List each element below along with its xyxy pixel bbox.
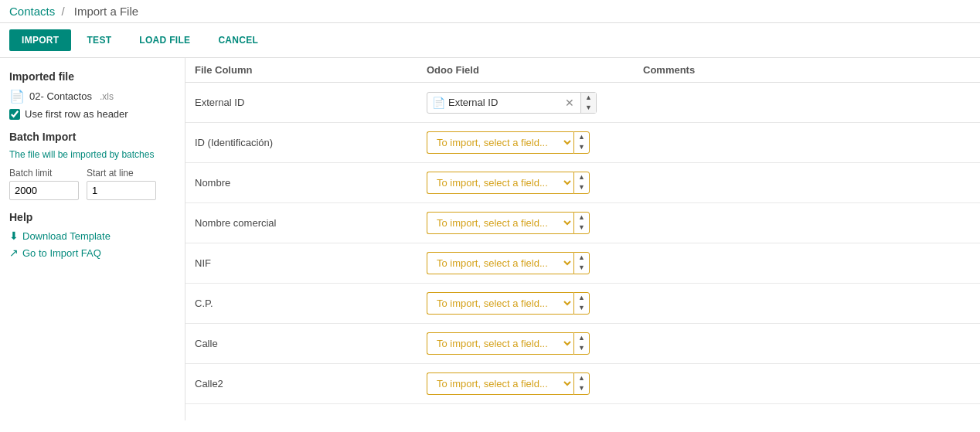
external-id-container: 📄 External ID ✕ ▲ ▼	[427, 92, 597, 114]
help-title: Help	[9, 211, 175, 223]
spinner-down-0[interactable]: ▼	[581, 103, 596, 113]
spinner-down-1[interactable]: ▼	[574, 142, 589, 152]
file-name: 02- Contactos	[29, 90, 92, 102]
field-select-7[interactable]: To import, select a field...	[427, 372, 573, 395]
batch-fields-row: Batch limit Start at line	[9, 168, 175, 200]
odoo-field-6: To import, select a field... ▲ ▼	[427, 332, 643, 355]
file-column-5: C.P.	[195, 298, 427, 309]
start-at-line-group: Start at line	[87, 168, 156, 200]
select-container-2: To import, select a field... ▲ ▼	[427, 172, 643, 194]
table-row: Nombre To import, select a field... ▲ ▼	[185, 163, 980, 203]
batch-limit-label: Batch limit	[9, 168, 79, 179]
col-odoo-header: Odoo Field	[427, 64, 643, 76]
select-spinner-1: ▲ ▼	[573, 131, 590, 154]
col-comments-header: Comments	[643, 64, 971, 76]
first-row-checkbox-row: Use first row as header	[9, 108, 175, 120]
spinner-up-5[interactable]: ▲	[574, 293, 589, 303]
field-select-6[interactable]: To import, select a field...	[427, 332, 573, 355]
table-header: File Column Odoo Field Comments	[185, 58, 980, 83]
col-file-header: File Column	[195, 64, 427, 76]
table-row: External ID 📄 External ID ✕ ▲ ▼	[185, 83, 980, 123]
download-template-label: Download Template	[22, 230, 111, 242]
field-select-5[interactable]: To import, select a field...	[427, 292, 573, 315]
import-button[interactable]: IMPORT	[9, 29, 71, 51]
main-layout: Imported file 📄 02- Contactos .xls Use f…	[0, 58, 980, 420]
batch-limit-input[interactable]	[9, 181, 79, 200]
action-bar: IMPORT TEST LOAD FILE CANCEL	[0, 23, 980, 58]
external-id-spinner: ▲ ▼	[580, 93, 596, 113]
table-row: Calle2 To import, select a field... ▲ ▼	[185, 364, 980, 404]
file-column-3: Nombre comercial	[195, 217, 427, 229]
doc-icon: 📄	[432, 97, 445, 109]
go-to-faq-label: Go to Import FAQ	[22, 247, 101, 259]
odoo-field-7: To import, select a field... ▲ ▼	[427, 372, 643, 395]
field-select-1[interactable]: To import, select a field...	[427, 131, 573, 154]
file-icon: 📄	[9, 89, 25, 104]
start-at-line-input[interactable]	[87, 181, 156, 200]
cancel-button[interactable]: CANCEL	[206, 29, 271, 51]
external-id-inner: 📄 External ID ✕	[427, 93, 580, 113]
breadcrumb-parent[interactable]: Contacts	[9, 5, 55, 18]
breadcrumb-current: Import a File	[74, 5, 138, 18]
field-select-4[interactable]: To import, select a field...	[427, 252, 573, 274]
field-select-3[interactable]: To import, select a field...	[427, 212, 573, 234]
select-spinner-2: ▲ ▼	[573, 172, 590, 194]
breadcrumb-bar: Contacts / Import a File	[0, 0, 980, 23]
odoo-field-3: To import, select a field... ▲ ▼	[427, 212, 643, 234]
spinner-down-4[interactable]: ▼	[574, 263, 589, 273]
spinner-down-6[interactable]: ▼	[574, 343, 589, 353]
spinner-down-5[interactable]: ▼	[574, 303, 589, 313]
table-row: NIF To import, select a field... ▲ ▼	[185, 243, 980, 284]
breadcrumb-separator: /	[61, 5, 64, 18]
odoo-field-5: To import, select a field... ▲ ▼	[427, 292, 643, 315]
file-ext: .xls	[100, 91, 114, 102]
spinner-down-7[interactable]: ▼	[574, 383, 589, 393]
sidebar: Imported file 📄 02- Contactos .xls Use f…	[0, 58, 185, 420]
select-container-7: To import, select a field... ▲ ▼	[427, 372, 643, 395]
external-link-icon: ↗	[9, 247, 19, 259]
download-template-link[interactable]: ⬇ Download Template	[9, 230, 175, 242]
spinner-down-2[interactable]: ▼	[574, 182, 589, 192]
spinner-up-0[interactable]: ▲	[581, 93, 596, 103]
field-select-2[interactable]: To import, select a field...	[427, 172, 573, 194]
select-container-1: To import, select a field... ▲ ▼	[427, 131, 643, 154]
spinner-down-3[interactable]: ▼	[574, 223, 589, 233]
content-area: File Column Odoo Field Comments External…	[185, 58, 980, 420]
test-button[interactable]: TEST	[74, 29, 124, 51]
first-row-label: Use first row as header	[25, 108, 128, 120]
spinner-up-1[interactable]: ▲	[574, 132, 589, 142]
spinner-up-3[interactable]: ▲	[574, 213, 589, 223]
go-to-faq-link[interactable]: ↗ Go to Import FAQ	[9, 247, 175, 259]
select-spinner-5: ▲ ▼	[573, 292, 590, 315]
odoo-field-2: To import, select a field... ▲ ▼	[427, 172, 643, 194]
select-container-4: To import, select a field... ▲ ▼	[427, 252, 643, 274]
table-row: C.P. To import, select a field... ▲ ▼	[185, 284, 980, 324]
select-spinner-4: ▲ ▼	[573, 252, 590, 274]
file-column-1: ID (Identificación)	[195, 137, 427, 148]
select-container-3: To import, select a field... ▲ ▼	[427, 212, 643, 234]
first-row-checkbox[interactable]	[9, 109, 20, 120]
file-column-6: Calle	[195, 338, 427, 349]
load-file-button[interactable]: LOAD FILE	[127, 29, 202, 51]
file-column-0: External ID	[195, 97, 427, 108]
file-column-7: Calle2	[195, 378, 427, 389]
table-row: Nombre comercial To import, select a fie…	[185, 203, 980, 243]
external-id-close-btn[interactable]: ✕	[563, 97, 576, 109]
spinner-up-2[interactable]: ▲	[574, 172, 589, 182]
file-info: 📄 02- Contactos .xls	[9, 89, 175, 104]
spinner-up-6[interactable]: ▲	[574, 333, 589, 343]
batch-import-title: Batch Import	[9, 131, 175, 143]
file-column-4: NIF	[195, 257, 427, 269]
table-row: Calle To import, select a field... ▲ ▼	[185, 324, 980, 364]
spinner-up-4[interactable]: ▲	[574, 253, 589, 263]
select-spinner-7: ▲ ▼	[573, 372, 590, 395]
select-container-5: To import, select a field... ▲ ▼	[427, 292, 643, 315]
breadcrumb: Contacts / Import a File	[9, 5, 141, 18]
table-row: ID (Identificación) To import, select a …	[185, 123, 980, 163]
odoo-field-0: 📄 External ID ✕ ▲ ▼	[427, 92, 643, 114]
odoo-field-1: To import, select a field... ▲ ▼	[427, 131, 643, 154]
file-column-2: Nombre	[195, 177, 427, 189]
download-icon: ⬇	[9, 230, 19, 242]
imported-file-title: Imported file	[9, 70, 175, 83]
spinner-up-7[interactable]: ▲	[574, 373, 589, 383]
